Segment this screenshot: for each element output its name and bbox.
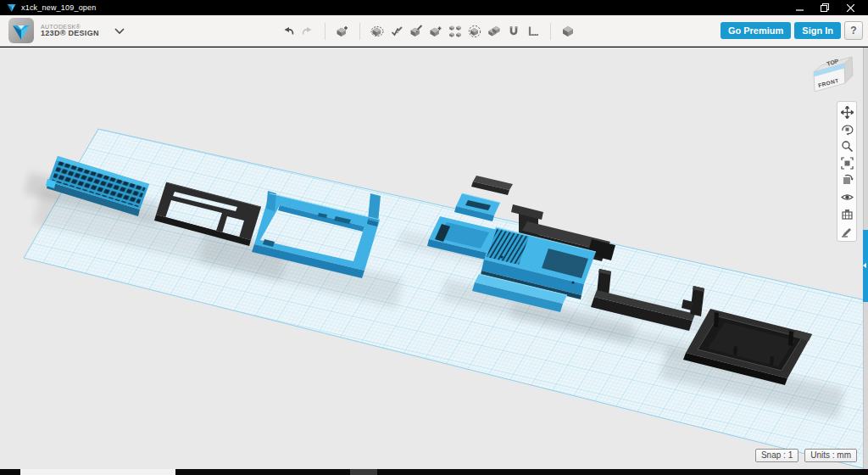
modify-icon[interactable] [429,25,442,38]
transform-icon[interactable] [370,25,384,38]
close-button[interactable] [846,3,854,12]
sketch-edit-icon[interactable] [840,224,854,238]
main-toolbar: AUTODESK® 123D® DESIGN [0,15,868,47]
go-premium-button[interactable]: Go Premium [721,22,791,39]
snap-magnet-icon[interactable] [507,25,520,38]
toolbar-separator [359,23,360,40]
sign-in-button[interactable]: Sign In [794,22,841,39]
redo-icon[interactable] [301,25,314,38]
taskbar[interactable] [0,469,868,475]
text-icon[interactable] [561,25,575,38]
chevron-down-icon[interactable] [114,23,125,38]
brand-line2: 123D® DESIGN [41,30,99,37]
measure-icon[interactable] [526,25,540,38]
snap-setting-button[interactable]: Snap : 1 [755,449,798,462]
app-menu[interactable]: AUTODESK® 123D® DESIGN [0,18,125,43]
insert-primitive-icon[interactable] [336,25,349,38]
orbit-icon[interactable] [840,122,854,136]
brand-text: AUTODESK® 123D® DESIGN [41,24,99,38]
group-icon[interactable] [468,25,481,38]
undo-icon[interactable] [281,25,295,38]
part-small-bar[interactable] [471,176,513,195]
taskbar-segment [350,469,377,475]
construct-icon[interactable] [409,25,423,38]
sketch-icon[interactable] [390,25,403,38]
panel-expand-handle[interactable] [863,230,868,302]
help-button[interactable]: ? [844,21,863,40]
fit-view-icon[interactable] [840,156,854,170]
view-face-icon[interactable] [840,173,854,187]
taskbar-segment [20,469,175,475]
restore-button[interactable] [821,3,829,12]
material-icon[interactable] [840,207,854,221]
combine-icon[interactable] [487,25,501,38]
viewport[interactable]: TOP FRONT [0,48,868,469]
viewport-canvas[interactable] [0,48,868,469]
units-setting-button[interactable]: Units : mm [804,449,857,462]
window-title: x1ck_new_109_open [21,3,96,12]
navigation-toolbar [837,101,857,242]
zoom-icon[interactable] [840,139,854,153]
pan-icon[interactable] [840,105,854,119]
hide-show-icon[interactable] [840,190,854,204]
toolbar-separator [325,23,326,40]
chevron-left-icon [863,263,866,268]
pattern-icon[interactable] [448,25,462,38]
view-cube[interactable]: TOP FRONT [809,51,856,98]
minimize-button[interactable] [795,3,804,12]
titlebar: x1ck_new_109_open [0,0,868,15]
statusbar: Snap : 1 Units : mm [755,449,857,462]
app-icon [7,3,16,13]
app-logo-icon [8,18,34,43]
tool-icon-row [281,15,575,47]
toolbar-separator [550,23,551,40]
app-window: x1ck_new_109_open [0,0,868,475]
